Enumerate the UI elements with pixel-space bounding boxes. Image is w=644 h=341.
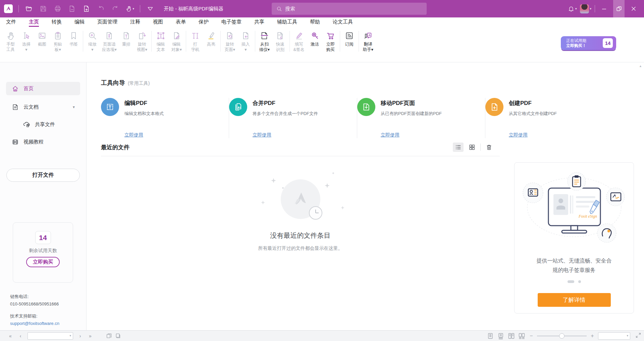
card-create-pdf[interactable]: 创建PDF 从其它格式文件创建PDF 立即使用: [485, 98, 613, 138]
menu-comment[interactable]: 注释: [130, 17, 140, 27]
search-input[interactable]: 搜索: [272, 3, 427, 15]
next-view-button[interactable]: [113, 333, 122, 339]
esign-promo-text: 提供一站式、无缝流畅、安全合 规的电子签章服务: [537, 256, 612, 275]
hand-mode-icon[interactable]: ▾: [125, 4, 134, 14]
select-tool-icon: [22, 30, 31, 42]
card-merge-pdf[interactable]: 合并PDF 将多个文件合并生成一个PDF文件 立即使用: [229, 98, 357, 138]
notifications-bell-icon[interactable]: ▾: [568, 4, 577, 14]
tool-translate-assistant[interactable]: A 翻译助手▾: [360, 30, 376, 52]
sidebar-item-video-tutorials[interactable]: 视频教程: [6, 135, 80, 149]
tool-insert-page[interactable]: 插入▾: [238, 30, 254, 52]
print-icon[interactable]: [53, 4, 62, 14]
tool-from-scanner[interactable]: 从扫描仪▾: [257, 30, 272, 52]
tool-rotate-view[interactable]: 旋转视图▾: [134, 30, 150, 52]
tool-hand[interactable]: 手型工具: [3, 30, 18, 52]
use-now-link[interactable]: 立即使用: [253, 132, 271, 138]
collapse-ribbon-icon[interactable]: [146, 4, 155, 14]
open-file-icon[interactable]: [24, 4, 33, 14]
menu-accessibility[interactable]: 辅助工具: [277, 17, 297, 27]
close-button[interactable]: [628, 0, 639, 17]
sidebar-item-home[interactable]: 首页: [6, 82, 80, 95]
menu-paper-tools[interactable]: 论文工具: [333, 17, 353, 27]
menu-home[interactable]: 主页: [29, 17, 39, 27]
menu-help[interactable]: 帮助: [310, 17, 320, 27]
use-now-link[interactable]: 立即使用: [509, 132, 528, 138]
sidebar-item-shared-files[interactable]: 共享文件: [6, 119, 80, 130]
zoom-out-button[interactable]: −: [528, 333, 535, 339]
restore-button[interactable]: [613, 0, 625, 17]
chevron-down-icon[interactable]: ▼: [72, 105, 75, 109]
tool-select[interactable]: 选择▾: [18, 30, 34, 52]
card-move-pdf-pages[interactable]: 移动PDF页面 从已有的PDF页面创建新的PDF 立即使用: [357, 98, 485, 138]
avatar[interactable]: [580, 4, 589, 13]
tool-reflow[interactable]: 重排: [118, 30, 134, 47]
zoom-in-button[interactable]: +: [589, 333, 596, 339]
zoom-slider-knob[interactable]: [559, 333, 565, 339]
menu-convert[interactable]: 转换: [52, 17, 62, 27]
edit-text-icon: [156, 30, 165, 42]
use-now-link[interactable]: 立即使用: [381, 132, 399, 138]
menu-protect[interactable]: 保护: [199, 17, 209, 27]
tool-activate[interactable]: 激活: [307, 30, 323, 47]
last-page-button[interactable]: »: [85, 333, 95, 339]
add-page-icon[interactable]: [82, 4, 91, 14]
carousel-dot-active[interactable]: [568, 280, 574, 283]
support-email-link[interactable]: support@foxitsoftware.cn: [10, 321, 59, 326]
first-page-button[interactable]: «: [5, 333, 15, 339]
continuous-view-button[interactable]: [497, 332, 505, 340]
previous-page-button[interactable]: ‹: [15, 333, 25, 339]
delete-page-icon[interactable]: [68, 4, 76, 14]
account-menu[interactable]: ▾: [580, 4, 591, 13]
carousel-dot[interactable]: [578, 280, 581, 283]
open-file-button[interactable]: 打开文件: [6, 169, 80, 182]
tool-highlight[interactable]: 高亮: [203, 30, 219, 47]
grid-view-button[interactable]: [467, 143, 477, 152]
tool-fill-sign[interactable]: 填写&签名: [291, 30, 307, 52]
card-edit-pdf[interactable]: 编辑PDF 编辑文档和文本格式 立即使用: [101, 98, 229, 138]
tool-zoom[interactable]: 缩放▾: [85, 30, 100, 52]
carousel-dots[interactable]: [568, 280, 581, 283]
tool-snapshot[interactable]: 截图: [34, 30, 50, 47]
menu-esign[interactable]: 电子签章: [221, 17, 241, 27]
minimize-button[interactable]: [598, 0, 610, 17]
tool-fit-page[interactable]: 页面适应选项▾: [100, 30, 118, 52]
menu-share[interactable]: 共享: [254, 17, 264, 27]
trial-badge[interactable]: 正在试用期 立即购买！ 14: [561, 36, 616, 50]
clear-recent-button[interactable]: [484, 143, 494, 152]
menu-edit[interactable]: 编辑: [74, 17, 85, 27]
buy-now-button[interactable]: 立即购买: [26, 257, 60, 267]
zoom-level-input[interactable]: ▾: [598, 332, 630, 340]
menu-view[interactable]: 视图: [153, 17, 163, 27]
menu-page-management[interactable]: 页面管理: [97, 17, 117, 27]
tool-edit-object[interactable]: 编辑对象▾: [169, 30, 184, 52]
undo-icon[interactable]: [97, 4, 105, 14]
zoom-input-caret-icon[interactable]: ▾: [627, 334, 628, 337]
tool-quick-ocr[interactable]: OCR 快速识别: [272, 30, 288, 52]
tool-typewriter[interactable]: 打字机: [187, 30, 203, 52]
page-number-input[interactable]: ▾: [28, 332, 73, 340]
tool-subscribe[interactable]: 订阅: [341, 30, 357, 47]
learn-more-button[interactable]: 了解详情: [538, 293, 611, 307]
previous-view-button[interactable]: [105, 333, 113, 339]
list-view-button[interactable]: [453, 143, 464, 152]
redo-icon[interactable]: [111, 4, 120, 14]
tool-clipboard[interactable]: 剪贴板▾: [50, 30, 66, 52]
single-page-view-button[interactable]: [486, 332, 494, 340]
page-input-caret-icon[interactable]: ▾: [69, 334, 71, 337]
next-page-button[interactable]: ›: [75, 333, 85, 339]
use-now-link[interactable]: 立即使用: [124, 132, 143, 138]
zoom-slider[interactable]: [537, 333, 587, 339]
fullscreen-button[interactable]: [635, 332, 641, 339]
save-icon[interactable]: [39, 4, 48, 14]
facing-view-button[interactable]: [507, 332, 515, 340]
menu-file[interactable]: 文件: [6, 17, 16, 27]
sidebar-item-cloud-docs[interactable]: 云文档 ▼: [6, 100, 80, 114]
foxit-pdf-editor-window: ▾ 开始 - 福昕高级PDF编辑器 搜索 ▾ ▾ 文件: [0, 0, 644, 341]
tool-buy-now[interactable]: 立即购买: [323, 30, 338, 52]
facing-continuous-view-button[interactable]: [518, 332, 526, 340]
tool-rotate-page[interactable]: 旋转页面▾: [222, 30, 238, 52]
scrollbar-up-icon[interactable]: ▲: [639, 64, 642, 68]
menu-form[interactable]: 表单: [176, 17, 186, 27]
tool-bookmark[interactable]: 书签: [66, 30, 82, 47]
tool-edit-text[interactable]: 编辑文本: [153, 30, 169, 52]
